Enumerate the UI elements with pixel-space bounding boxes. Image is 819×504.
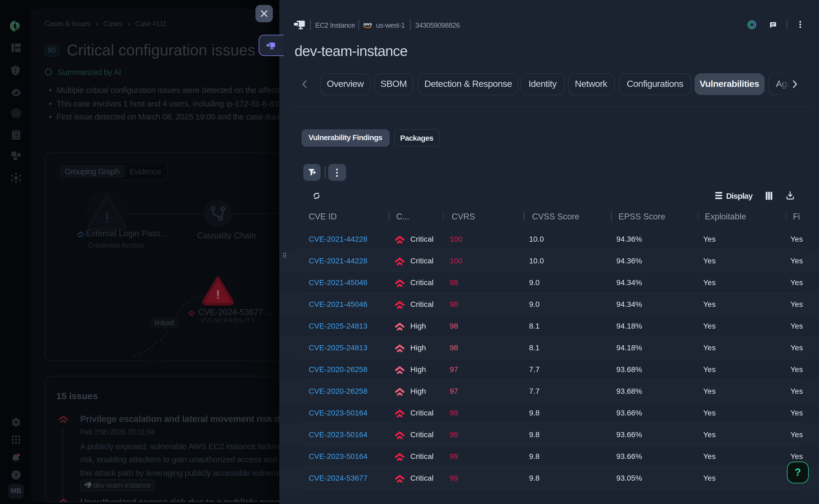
svg-text:?: ? bbox=[14, 472, 18, 478]
svg-text:!: ! bbox=[104, 210, 109, 226]
svg-text:!: ! bbox=[216, 288, 220, 301]
